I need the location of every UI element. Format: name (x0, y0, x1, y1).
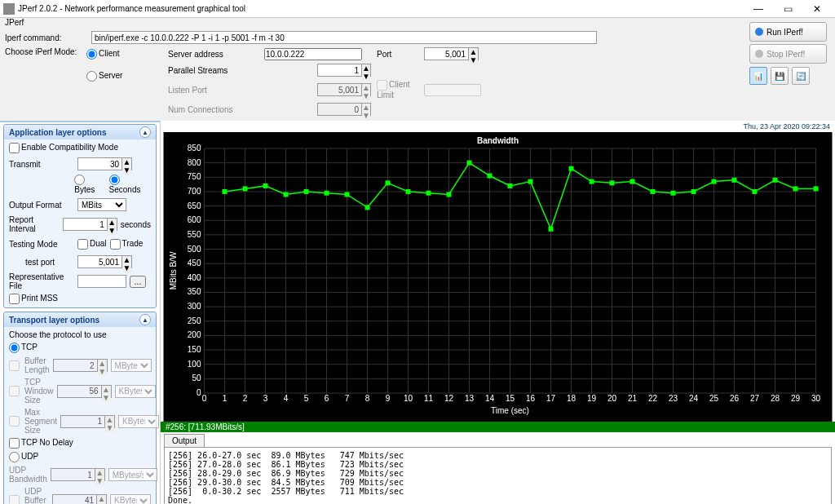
svg-rect-130 (793, 186, 798, 191)
svg-rect-107 (325, 191, 329, 196)
outfmt-select[interactable]: MBits (77, 198, 126, 211)
svg-rect-112 (426, 191, 431, 196)
svg-text:9: 9 (386, 394, 391, 403)
svg-text:16: 16 (526, 394, 536, 403)
trade-check[interactable]: Trade (110, 239, 144, 250)
svg-text:500: 500 (188, 245, 201, 254)
svg-text:200: 200 (188, 330, 201, 339)
svg-rect-0 (164, 132, 833, 422)
svg-text:50: 50 (192, 374, 201, 382)
svg-rect-105 (284, 192, 289, 197)
svg-rect-102 (223, 189, 228, 194)
svg-text:18: 18 (567, 394, 577, 403)
svg-text:26: 26 (730, 394, 740, 403)
repint-spinner[interactable]: ▲▼ (63, 218, 117, 231)
output-tab: Output (164, 434, 205, 447)
client-limit-input (424, 84, 481, 96)
svg-text:17: 17 (546, 394, 556, 403)
client-limit-check: Client Limit (377, 80, 418, 99)
svg-text:7: 7 (345, 394, 350, 403)
minimize-button[interactable]: — (744, 1, 773, 17)
maximize-button[interactable]: ▭ (773, 1, 802, 17)
client-radio[interactable]: Client (86, 49, 168, 60)
svg-text:12: 12 (444, 394, 454, 403)
svg-text:Time (sec): Time (sec) (491, 406, 529, 415)
svg-rect-122 (630, 179, 635, 184)
svg-rect-121 (610, 180, 615, 185)
svg-rect-114 (467, 161, 472, 166)
refresh-icon[interactable]: 🔄 (792, 67, 810, 85)
outfmt-label: Output Format (9, 201, 74, 210)
svg-text:MBits B/W: MBits B/W (169, 251, 178, 290)
seconds-radio[interactable]: Seconds (109, 175, 151, 194)
svg-text:850: 850 (188, 144, 201, 153)
svg-text:150: 150 (188, 345, 201, 354)
udp-radio[interactable]: UDP (9, 452, 151, 462)
svg-text:20: 20 (607, 394, 617, 403)
svg-text:700: 700 (188, 187, 201, 196)
tcp-radio[interactable]: TCP (9, 343, 151, 353)
svg-rect-104 (263, 183, 268, 188)
svg-rect-111 (406, 189, 411, 194)
svg-rect-128 (753, 189, 758, 194)
server-address-label: Server address (168, 50, 258, 59)
svg-text:0: 0 (197, 388, 201, 397)
bytes-radio[interactable]: Bytes (74, 175, 105, 194)
transmit-spinner[interactable]: ▲▼ (77, 157, 132, 170)
port-label: Port (377, 50, 418, 59)
testport-spinner[interactable]: ▲▼ (77, 255, 132, 268)
svg-text:Bandwidth: Bandwidth (477, 136, 519, 145)
printmss-check[interactable]: Print MSS (9, 294, 151, 304)
parallel-spinner[interactable]: ▲▼ (317, 64, 370, 77)
svg-text:100: 100 (188, 360, 201, 369)
svg-text:300: 300 (188, 302, 201, 311)
svg-rect-123 (651, 189, 656, 194)
svg-text:350: 350 (188, 287, 201, 296)
svg-rect-108 (345, 192, 350, 197)
save-icon[interactable]: 💾 (771, 67, 789, 85)
server-radio[interactable]: Server (86, 71, 168, 82)
iperf-command-input[interactable] (91, 31, 597, 44)
svg-text:10: 10 (404, 394, 413, 403)
svg-text:23: 23 (669, 394, 678, 403)
svg-rect-124 (671, 191, 676, 196)
svg-text:8: 8 (365, 394, 370, 403)
svg-text:29: 29 (791, 394, 801, 403)
svg-rect-120 (590, 179, 594, 184)
run-iperf-button[interactable]: Run IPerf! (749, 22, 827, 42)
svg-text:6: 6 (325, 394, 329, 403)
trans-title: Transport layer options (9, 316, 99, 325)
listen-port-spinner: ▲▼ (317, 83, 370, 96)
toolbar-label: JPerf (0, 18, 835, 29)
server-address-input[interactable] (264, 48, 362, 60)
nodelay-check[interactable]: TCP No Delay (9, 438, 151, 449)
iperf-command-label: Iperf command: (5, 33, 86, 42)
svg-text:4: 4 (284, 394, 289, 403)
svg-text:2: 2 (243, 394, 248, 403)
svg-text:650: 650 (188, 201, 201, 210)
output-text[interactable]: [256] 26.0-27.0 sec 89.0 MBytes 747 Mbit… (164, 447, 832, 504)
repfile-input[interactable] (77, 275, 126, 288)
svg-rect-127 (732, 178, 737, 183)
collapse-icon[interactable]: ▲ (139, 126, 151, 138)
svg-rect-109 (365, 205, 370, 210)
dual-check[interactable]: Dual (77, 239, 107, 250)
svg-text:19: 19 (587, 394, 597, 403)
transmit-label: Transmit (9, 160, 74, 169)
svg-text:28: 28 (771, 394, 780, 403)
svg-rect-115 (488, 174, 493, 179)
svg-text:0: 0 (202, 394, 207, 403)
collapse-icon[interactable]: ▲ (139, 314, 151, 325)
svg-text:5: 5 (304, 394, 309, 403)
svg-rect-131 (814, 186, 819, 191)
chart-view-icon[interactable]: 📊 (749, 67, 767, 85)
stop-iperf-button: Stop IPerf! (749, 44, 827, 64)
timestamp: Thu, 23 Apr 2020 09:22:34 (161, 121, 835, 132)
svg-text:1: 1 (223, 394, 228, 403)
browse-button[interactable]: ... (130, 276, 146, 288)
close-button[interactable]: ✕ (802, 1, 832, 17)
port-spinner[interactable]: ▲▼ (424, 47, 489, 60)
compat-check[interactable]: Enable Compatibility Mode (9, 143, 151, 153)
app-layer-panel: Application layer options▲ Enable Compat… (3, 124, 157, 308)
svg-text:24: 24 (689, 394, 699, 403)
